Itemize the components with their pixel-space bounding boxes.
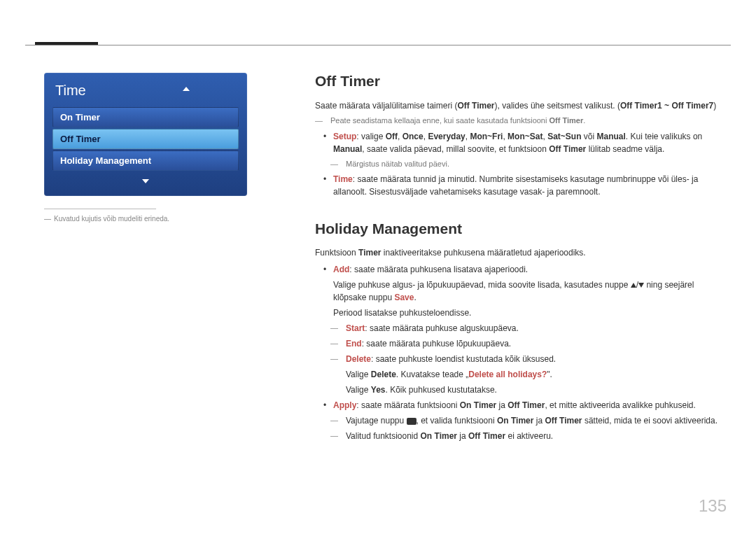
caption-rule <box>44 209 156 209</box>
scroll-up-icon[interactable] <box>183 87 190 91</box>
time-menu-panel: Time On Timer Off Timer Holiday Manageme… <box>44 73 247 196</box>
apply-press: Vajutage nuppu , et valida funktsiooni O… <box>346 414 728 427</box>
time-bullet: Time: saate määrata tunnid ja minutid. N… <box>333 173 728 198</box>
apply-selected: Valitud funktsioonid On Timer ja Off Tim… <box>346 430 728 442</box>
delete-line: Valige Delete. Kuvatakse teade „Delete a… <box>346 368 728 381</box>
sidebar: Time On Timer Off Timer Holiday Manageme… <box>44 73 247 223</box>
enter-icon <box>407 418 416 425</box>
off-timer-note: Peate seadistama kellaaja enne, kui saat… <box>330 115 728 127</box>
menu-item-off-timer[interactable]: Off Timer <box>52 129 239 149</box>
delete-item: Delete: saate puhkuste loendist kustutad… <box>346 353 728 396</box>
menu-item-on-timer[interactable]: On Timer <box>52 107 239 127</box>
up-arrow-icon <box>631 283 636 288</box>
start-item: Start: saate määrata puhkuse alguskuupäe… <box>346 322 728 335</box>
end-item: End: saate määrata puhkuse lõpukuupäeva. <box>346 337 728 350</box>
caption-text: Kuvatud kujutis võib mudeliti erineda. <box>54 215 169 223</box>
holiday-heading: Holiday Management <box>315 218 728 240</box>
add-bullet: Add: saate määrata puhkusena lisatava aj… <box>333 263 728 396</box>
content-area: Off Timer Saate määrata väljalülitamise … <box>315 70 728 447</box>
add-period: Periood lisatakse puhkusteloendisse. <box>333 307 728 319</box>
menu-title-text: Time <box>55 83 86 98</box>
setup-note: Märgistus näitab valitud päevi. <box>346 158 728 170</box>
add-select-dates: Valige puhkuse algus- ja lõpukuupäevad, … <box>333 279 728 304</box>
off-timer-intro: Saate määrata väljalülitamise taimeri (O… <box>315 99 728 112</box>
page-number: 135 <box>699 496 727 516</box>
setup-bullet: Setup: valige Off, Once, Everyday, Mon~F… <box>333 130 728 170</box>
down-arrow-icon <box>638 283 644 288</box>
apply-bullet: Apply: saate määrata funktsiooni On Time… <box>333 399 728 442</box>
menu-title: Time <box>52 80 239 106</box>
yes-line: Valige Yes. Kõik puhkused kustutatakse. <box>346 384 728 396</box>
holiday-intro: Funktsioon Timer inaktiveeritakse puhkus… <box>315 246 728 259</box>
off-timer-heading: Off Timer <box>315 70 728 92</box>
menu-item-holiday-management[interactable]: Holiday Management <box>52 150 239 171</box>
scroll-down-wrap <box>52 174 239 186</box>
header-rule <box>25 45 731 45</box>
image-caption: ―Kuvatud kujutis võib mudeliti erineda. <box>44 215 247 223</box>
scroll-down-icon[interactable] <box>142 179 149 183</box>
